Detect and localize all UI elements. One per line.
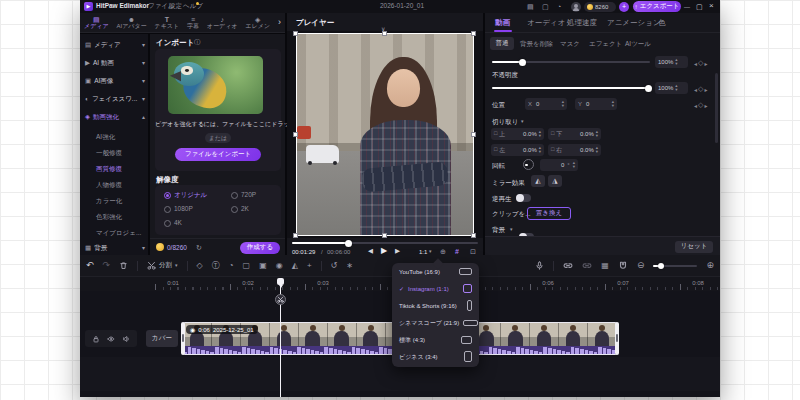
resolution-1080p[interactable]: 1080P xyxy=(164,206,193,213)
link-icon[interactable] xyxy=(563,261,573,271)
sidebar-sub-color-enhance[interactable]: 色彩強化 xyxy=(96,214,122,221)
close-button[interactable]: × xyxy=(709,2,714,10)
play-button[interactable]: ▶ xyxy=(381,247,387,255)
feedback-icon[interactable]: ▢ xyxy=(542,3,549,10)
next-frame-button[interactable]: ▶ xyxy=(395,248,400,255)
crop-right-field[interactable]: □ 右 0.0% ▴▾ xyxy=(548,144,601,156)
drop-zone[interactable]: ビデオを強化するには、ファイルをここにドラッグ または ファイルをインポート xyxy=(155,49,281,171)
chevron-down-icon[interactable]: ▾ xyxy=(429,249,432,254)
tab-ai-avatar[interactable]: ☻ AIアバター xyxy=(117,16,147,29)
reverse-toggle[interactable] xyxy=(516,194,531,202)
previous-frame-button[interactable]: ◀ xyxy=(368,248,373,255)
tab-video[interactable]: 動画 xyxy=(495,19,510,27)
mirror-vertical-button[interactable]: ◮ xyxy=(548,175,562,187)
crop-icon[interactable]: ▢ xyxy=(243,262,251,270)
tab-element[interactable]: ◈ エレメン xyxy=(245,16,270,29)
stepper-icon[interactable]: ▴▾ xyxy=(612,100,614,109)
export-button[interactable]: ↑ エクスポート xyxy=(633,1,681,12)
tab-color[interactable]: 色 xyxy=(658,19,666,27)
eye-icon[interactable] xyxy=(107,335,115,343)
rotation-dial[interactable] xyxy=(523,159,534,170)
resolution-4k[interactable]: 4K xyxy=(164,220,182,227)
credits-badge[interactable]: 8260 xyxy=(584,2,616,12)
layout-icon[interactable]: ▤ xyxy=(527,3,534,10)
resolution-720p[interactable]: 720P xyxy=(231,192,256,199)
chevron-down-icon[interactable]: ▾ xyxy=(521,119,524,124)
minimize-button[interactable]: — xyxy=(684,4,690,10)
sidebar-item-ai-video[interactable]: ▶AI 動画▾ xyxy=(85,60,145,67)
stepper-icon[interactable]: ▴▾ xyxy=(562,100,564,109)
split-button[interactable]: 分割 ▾ xyxy=(147,261,178,270)
stepper-icon[interactable]: ▴▾ xyxy=(675,58,677,67)
opacity-slider[interactable] xyxy=(492,87,650,89)
rotate-icon[interactable]: ↺ xyxy=(331,262,338,270)
sidebar-sub-portrait-repair[interactable]: 人物修復 xyxy=(96,182,122,189)
clip-trim-handle-left[interactable] xyxy=(181,322,185,355)
tab-media[interactable]: ▤ メディア xyxy=(84,16,109,29)
trash-icon[interactable] xyxy=(119,261,128,270)
crop-left-field[interactable]: □ 左 0.0% ▴▾ xyxy=(491,144,544,156)
subtab-remove-bg[interactable]: 背景を削除 xyxy=(520,41,553,48)
fullscreen-icon[interactable]: ⊡ xyxy=(470,248,476,255)
stepper-icon[interactable]: ▴▾ xyxy=(539,130,541,139)
group-icon[interactable]: ▦ xyxy=(601,262,609,270)
menu-help[interactable]: ヘルプ xyxy=(183,3,203,10)
undo-icon[interactable]: ↶ xyxy=(86,261,94,270)
rotate-value-box[interactable]: 0 ° ▴▾ xyxy=(540,159,578,171)
stepper-icon[interactable]: ▴▾ xyxy=(596,130,598,139)
clip-trim-handle-right[interactable] xyxy=(615,322,619,355)
position-y-box[interactable]: Y0 ▴▾ xyxy=(575,98,617,110)
tab-audio[interactable]: ♪ オーディオ xyxy=(207,16,238,29)
tab-speed[interactable]: 処理速度 xyxy=(567,19,597,27)
replace-button[interactable]: 置き換え xyxy=(527,207,571,220)
record-icon[interactable]: ◉ xyxy=(276,262,283,270)
import-file-button[interactable]: ファイルをインポート xyxy=(175,148,261,161)
info-icon[interactable]: ⓘ xyxy=(194,39,201,46)
sidebar-sub-ai-enhance[interactable]: AI強化 xyxy=(96,134,115,141)
zoom-in-icon[interactable]: ⊕ xyxy=(706,261,714,270)
menu-item-standard[interactable]: 標準 (4:3) xyxy=(392,331,479,348)
mirror-icon[interactable]: ◭ xyxy=(292,262,298,270)
scale-keyframe-controls[interactable]: ◂◇▸ xyxy=(694,59,707,67)
position-keyframe-controls[interactable]: ◂◇▸ xyxy=(694,101,707,109)
menu-item-tiktok[interactable]: Tiktok & Shorts (9:16) xyxy=(392,297,479,314)
crop-bottom-field[interactable]: □ 下 0.0% ▴▾ xyxy=(548,128,601,140)
stepper-icon[interactable]: ▴▾ xyxy=(573,161,575,170)
lock-icon[interactable] xyxy=(92,335,100,343)
marker-icon[interactable]: ◇ xyxy=(197,262,203,270)
maximize-button[interactable]: ▢ xyxy=(696,3,703,10)
reset-button[interactable]: リセット xyxy=(675,241,713,253)
opacity-value-box[interactable]: 100% ▴▾ xyxy=(655,82,688,94)
grid-overlay-icon[interactable]: # xyxy=(455,248,459,255)
sidebar-sub-general-repair[interactable]: 一般修復 xyxy=(96,150,122,157)
avatar[interactable] xyxy=(571,2,581,12)
subtab-normal[interactable]: 普通 xyxy=(490,37,514,50)
chevron-down-icon[interactable]: ▾ xyxy=(510,227,513,232)
menu-item-cinemascope[interactable]: シネマスコープ (21:9) xyxy=(392,314,479,331)
mic-icon[interactable] xyxy=(535,261,544,270)
sidebar-sub-my-projects[interactable]: マイプロジェ... xyxy=(96,230,141,237)
history-icon[interactable]: ◔ xyxy=(557,3,561,10)
snapshot-icon[interactable]: ▣ xyxy=(259,262,267,270)
effects-icon[interactable]: ∗ xyxy=(346,262,353,270)
scale-value-box[interactable]: 100% ▴▾ xyxy=(655,56,688,68)
crop-label[interactable]: 切り取り xyxy=(492,119,518,126)
scale-slider[interactable] xyxy=(492,61,650,63)
menu-item-instagram[interactable]: ✓ Instagram (1:1) xyxy=(392,280,479,297)
create-button[interactable]: 作成する xyxy=(240,242,280,254)
resolution-original[interactable]: オリジナル xyxy=(164,192,207,199)
stepper-icon[interactable]: ▴▾ xyxy=(596,146,598,155)
subtab-ai-tools[interactable]: AIツール xyxy=(625,41,651,48)
speed-icon[interactable]: ◔ xyxy=(229,262,234,270)
text-tool-icon[interactable]: Ⓣ xyxy=(212,262,220,270)
subtab-effect[interactable]: エフェクト xyxy=(589,41,622,48)
video-preview[interactable] xyxy=(296,33,474,236)
stepper-icon[interactable]: ▴▾ xyxy=(539,146,541,155)
tab-audio[interactable]: オーディオ xyxy=(527,19,565,27)
cover-button[interactable]: カバー xyxy=(146,330,178,347)
refresh-icon[interactable]: ↻ xyxy=(196,244,202,251)
scrollbar[interactable] xyxy=(715,73,718,143)
preview-quality-icon[interactable]: ⊕ xyxy=(440,248,446,255)
playback-progress-slider[interactable] xyxy=(292,242,478,244)
playhead[interactable] xyxy=(276,278,285,397)
